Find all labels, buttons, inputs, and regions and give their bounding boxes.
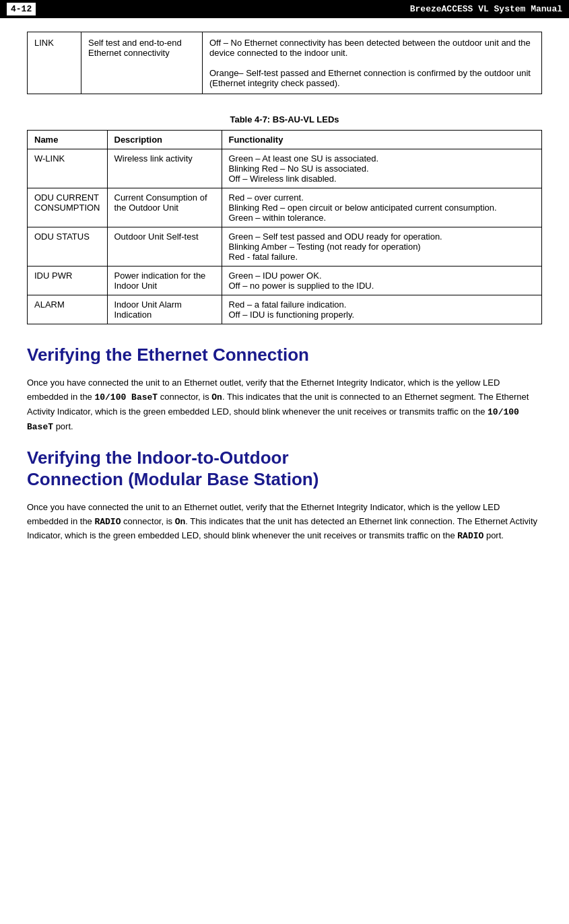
led-name-cell: ODU CURRENT CONSUMPTION <box>28 188 108 227</box>
section-ethernet-body: Once you have connected the unit to an E… <box>27 376 542 434</box>
bold-radio-1: RADIO <box>94 517 121 527</box>
led-description-cell: Indoor Unit Alarm Indication <box>107 295 222 324</box>
section-indoor-outdoor: Verifying the Indoor-to-OutdoorConnectio… <box>27 448 542 544</box>
manual-title: BreezeACCESS VL System Manual <box>410 4 562 14</box>
led-name-cell: IDU PWR <box>28 266 108 295</box>
link-name-cell: LINK <box>28 32 81 94</box>
led-description-cell: Current Consumption of the Outdoor Unit <box>107 188 222 227</box>
table-caption: Table 4-7: BS-AU-VL LEDs <box>27 114 542 125</box>
bold-on-2: On <box>175 517 186 527</box>
led-description-cell: Power indication for the Indoor Unit <box>107 266 222 295</box>
led-table: Name Description Functionality W-LINKWir… <box>27 130 542 324</box>
table-row: W-LINKWireless link activityGreen – At l… <box>28 149 542 188</box>
bold-radio-2: RADIO <box>457 531 483 541</box>
table-row: LINK Self test and end-to-end Ethernet c… <box>28 32 542 94</box>
col-header-description: Description <box>107 131 222 149</box>
bold-on-1: On <box>211 392 222 402</box>
led-name-cell: W-LINK <box>28 149 108 188</box>
led-name-cell: ALARM <box>28 295 108 324</box>
bold-10-100-basest-2: 10/100 BaseT <box>27 407 519 432</box>
section-ethernet: Verifying the Ethernet Connection Once y… <box>27 345 542 434</box>
header-bar: 4-12 BreezeACCESS VL System Manual <box>0 0 569 18</box>
col-header-name: Name <box>28 131 108 149</box>
table-row: IDU PWRPower indication for the Indoor U… <box>28 266 542 295</box>
col-header-functionality: Functionality <box>222 131 542 149</box>
table-row: ODU STATUSOutdoor Unit Self-testGreen – … <box>28 227 542 266</box>
table-row: ALARMIndoor Unit Alarm Indication Red – … <box>28 295 542 324</box>
led-functionality-cell: Green – At least one SU is associated.Bl… <box>222 149 542 188</box>
led-description-cell: Outdoor Unit Self-test <box>107 227 222 266</box>
section-indoor-outdoor-body: Once you have connected the unit to an E… <box>27 501 542 544</box>
section-heading-ethernet: Verifying the Ethernet Connection <box>27 345 542 365</box>
link-table: LINK Self test and end-to-end Ethernet c… <box>27 32 542 94</box>
led-functionality-cell: Red – a fatal failure indication.Off – I… <box>222 295 542 324</box>
link-functionality-cell: Off – No Ethernet connectivity has been … <box>203 32 542 94</box>
table-row: ODU CURRENT CONSUMPTIONCurrent Consumpti… <box>28 188 542 227</box>
page-content: LINK Self test and end-to-end Ethernet c… <box>0 18 569 577</box>
led-description-cell: Wireless link activity <box>107 149 222 188</box>
bold-10-100-basest-1: 10/100 BaseT <box>94 392 158 402</box>
table-header-row: Name Description Functionality <box>28 131 542 149</box>
link-description-cell: Self test and end-to-end Ethernet connec… <box>81 32 203 94</box>
led-functionality-cell: Red – over current.Blinking Red – open c… <box>222 188 542 227</box>
section-heading-indoor-outdoor: Verifying the Indoor-to-OutdoorConnectio… <box>27 448 542 489</box>
page-number: 4-12 <box>7 3 36 15</box>
led-name-cell: ODU STATUS <box>28 227 108 266</box>
led-functionality-cell: Green – Self test passed and ODU ready f… <box>222 227 542 266</box>
led-functionality-cell: Green – IDU power OK.Off – no power is s… <box>222 266 542 295</box>
